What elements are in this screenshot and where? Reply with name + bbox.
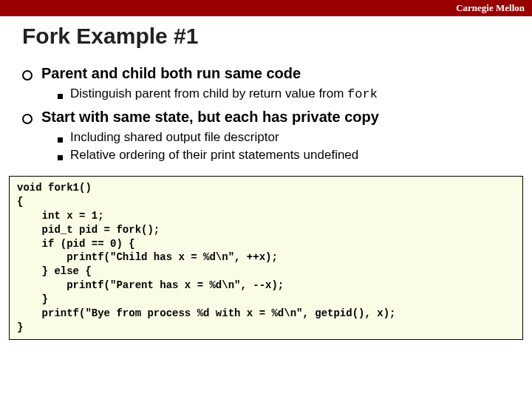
bullet-list: Parent and child both run same code Dist… [22,65,532,163]
sub-bullet-text: Relative ordering of their print stateme… [70,148,358,163]
header-banner: Carnegie Mellon [0,0,532,16]
org-name: Carnegie Mellon [456,2,525,14]
square-icon [58,94,63,99]
open-circle-icon [22,114,33,124]
sub-bullet-text: Including shared output file descriptor [70,130,279,145]
square-icon [58,137,63,143]
sub-bullet-text: Distinguish parent from child by return … [70,86,378,101]
list-item: Parent and child both run same code Dist… [22,65,532,101]
sub-bullet-list: Including shared output file descriptor … [58,130,532,163]
square-icon [58,155,63,160]
bullet-text: Parent and child both run same code [41,65,301,82]
sub-bullet-list: Distinguish parent from child by return … [58,86,532,101]
list-item: Start with same state, but each has priv… [22,109,532,163]
slide-title: Fork Example #1 [22,24,532,49]
code-block: void fork1() { int x = 1; pid_t pid = fo… [9,176,523,340]
list-item: Distinguish parent from child by return … [58,86,532,101]
open-circle-icon [22,70,33,81]
bullet-text: Start with same state, but each has priv… [41,109,379,126]
list-item: Including shared output file descriptor [58,130,532,145]
list-item: Relative ordering of their print stateme… [58,148,532,163]
